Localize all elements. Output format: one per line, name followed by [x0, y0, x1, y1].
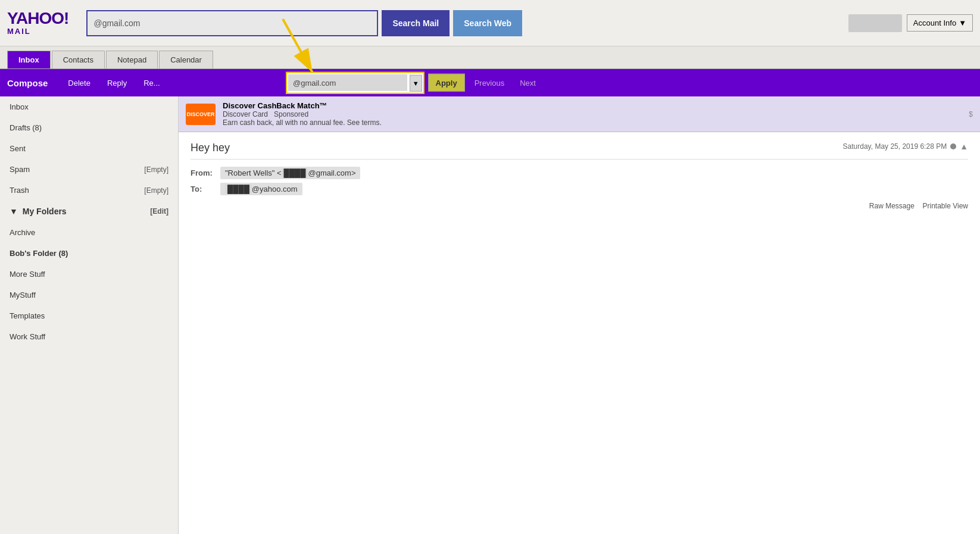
folder-mystuff-label: MyStuff — [10, 291, 36, 299]
sidebar-item-sent[interactable]: Sent — [0, 138, 178, 159]
my-folders-text: My Folders — [23, 207, 67, 216]
email-view: Hey hey Saturday, May 25, 2019 6:28 PM ▲… — [179, 132, 980, 534]
email-date: Saturday, May 25, 2019 6:28 PM ▲ — [843, 142, 968, 151]
filter-area: ▼ Apply Previous Next — [286, 72, 542, 94]
sidebar-folder-mystuff[interactable]: MyStuff — [0, 285, 178, 305]
filter-input[interactable] — [288, 74, 407, 91]
search-bar-area: Search Mail Search Web — [86, 10, 842, 36]
ad-sender-name: Discover Card — [223, 110, 268, 118]
tab-contacts[interactable]: Contacts — [52, 51, 105, 68]
folder-bobs-label: Bob's Folder (8) — [10, 249, 68, 258]
sidebar-spam-action[interactable]: [Empty] — [144, 165, 168, 174]
email-subject: Hey hey — [191, 142, 230, 154]
sidebar-item-drafts[interactable]: Drafts (8) — [0, 117, 178, 138]
sidebar-spam-label: Spam — [10, 165, 30, 174]
ad-sponsored: Sponsored — [274, 110, 308, 118]
ad-description: Earn cash back, all with no annual fee. … — [223, 118, 962, 127]
filter-input-wrapper: ▼ — [286, 72, 425, 94]
main: Inbox Drafts (8) Sent Spam [Empty] Trash… — [0, 96, 980, 534]
from-addr-domain: @gmail.com> — [308, 168, 355, 177]
to-addr-domain: @yahoo.com — [252, 185, 298, 193]
to-label: To: — [191, 185, 220, 193]
next-button[interactable]: Next — [514, 79, 542, 88]
my-folders-triangle: ▼ — [10, 207, 18, 216]
tab-calendar[interactable]: Calendar — [159, 51, 213, 68]
discover-logo: DISCOVER — [186, 104, 216, 125]
email-date-text: Saturday, May 25, 2019 6:28 PM — [843, 142, 947, 151]
content-area: DISCOVER Discover CashBack Match™ Discov… — [179, 96, 980, 534]
from-label: From: — [191, 168, 220, 177]
account-info-button[interactable]: Account Info ▼ — [907, 14, 973, 32]
filter-dropdown-button[interactable]: ▼ — [410, 74, 422, 91]
email-read-indicator — [950, 143, 956, 149]
ad-price: $ — [969, 110, 973, 118]
sidebar-folder-archive[interactable]: Archive — [0, 222, 178, 243]
re-button[interactable]: Re... — [135, 69, 168, 96]
from-address: "Robert Wells" <████@gmail.com> — [220, 167, 360, 179]
email-to-row: To: ████@yahoo.com — [191, 183, 968, 195]
sidebar: Inbox Drafts (8) Sent Spam [Empty] Trash… — [0, 96, 179, 534]
to-address: ████@yahoo.com — [220, 183, 302, 195]
raw-printable-area: Raw Message Printable View — [191, 201, 968, 210]
sidebar-trash-label: Trash — [10, 186, 29, 195]
folder-workstuff-label: Work Stuff — [10, 332, 45, 341]
nav-tabs: Inbox Contacts Notepad Calendar — [0, 46, 980, 69]
sidebar-folder-bobs[interactable]: Bob's Folder (8) — [0, 243, 178, 264]
to-addr-redacted: ████ — [225, 185, 252, 193]
email-from-row: From: "Robert Wells" <████@gmail.com> — [191, 167, 968, 179]
from-addr-redacted: ████ — [282, 168, 308, 177]
folder-archive-label: Archive — [10, 228, 35, 237]
ad-content: Discover CashBack Match™ Discover Card S… — [223, 101, 962, 127]
sidebar-trash-action[interactable]: [Empty] — [144, 186, 168, 195]
apply-button[interactable]: Apply — [428, 74, 465, 92]
ad-title: Discover CashBack Match™ — [223, 101, 962, 110]
sidebar-sent-label: Sent — [10, 144, 26, 153]
ad-sender: Discover Card Sponsored — [223, 110, 962, 118]
my-folders-label: ▼ My Folders — [10, 207, 67, 216]
sidebar-item-spam[interactable]: Spam [Empty] — [0, 159, 178, 180]
header: YAHOO! MAIL Search Mail Search Web Accou… — [0, 0, 980, 46]
sidebar-item-trash[interactable]: Trash [Empty] — [0, 180, 178, 201]
account-avatar — [848, 14, 902, 32]
logo-area: YAHOO! MAIL — [7, 10, 68, 36]
my-folders-edit[interactable]: [Edit] — [150, 207, 168, 216]
delete-button[interactable]: Delete — [60, 69, 99, 96]
tab-inbox[interactable]: Inbox — [7, 51, 51, 68]
raw-message-link[interactable]: Raw Message — [869, 202, 915, 210]
sidebar-item-inbox[interactable]: Inbox — [0, 96, 178, 117]
yahoo-logo: YAHOO! — [7, 10, 68, 27]
previous-button[interactable]: Previous — [469, 79, 511, 88]
header-right: Account Info ▼ — [848, 14, 973, 32]
folder-templates-label: Templates — [10, 311, 45, 320]
email-subject-bar: Hey hey Saturday, May 25, 2019 6:28 PM ▲ — [191, 142, 968, 160]
tab-notepad[interactable]: Notepad — [106, 51, 158, 68]
printable-view-link[interactable]: Printable View — [923, 202, 969, 210]
search-mail-button[interactable]: Search Mail — [382, 10, 450, 36]
sidebar-drafts-label: Drafts (8) — [10, 123, 42, 132]
mail-logo: MAIL — [7, 27, 31, 36]
reply-button[interactable]: Reply — [99, 69, 135, 96]
email-nav-arrow[interactable]: ▲ — [960, 142, 968, 151]
folder-morestuff-label: More Stuff — [10, 270, 45, 279]
search-input[interactable] — [86, 10, 378, 36]
from-name: "Robert Wells" < — [225, 168, 282, 177]
account-info-label: Account Info — [913, 18, 956, 27]
sidebar-folder-templates[interactable]: Templates — [0, 305, 178, 326]
ad-banner: DISCOVER Discover CashBack Match™ Discov… — [179, 96, 980, 132]
compose-button[interactable]: Compose — [7, 69, 60, 96]
toolbar: Compose Delete Reply Re... ▼ Apply Previ… — [0, 69, 980, 96]
my-folders-header: ▼ My Folders [Edit] — [0, 201, 178, 222]
account-info-arrow: ▼ — [959, 18, 966, 27]
sidebar-folder-workstuff[interactable]: Work Stuff — [0, 326, 178, 347]
search-web-button[interactable]: Search Web — [453, 10, 522, 36]
sidebar-folder-morestuff[interactable]: More Stuff — [0, 264, 178, 285]
sidebar-inbox-label: Inbox — [10, 102, 29, 111]
